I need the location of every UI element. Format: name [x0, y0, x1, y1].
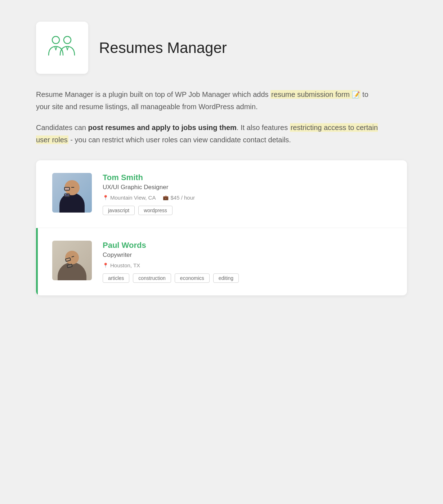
candidate-role-paul: Copywriter	[103, 251, 393, 259]
tag-economics[interactable]: economics	[175, 273, 210, 283]
meta-row-tom: 📍 Mountain View, CA 💼 $45 / hour	[103, 195, 393, 201]
location-icon-paul: 📍	[103, 263, 108, 268]
description-section: Resume Manager is a plugin built on top …	[36, 88, 407, 146]
meta-row-paul: 📍 Houston, TX	[103, 262, 393, 268]
rate-icon-tom: 💼	[163, 195, 169, 200]
avatar-paul	[52, 241, 92, 280]
tags-row-tom: javascript wordpress	[103, 206, 393, 215]
location-text-paul: Houston, TX	[110, 262, 140, 268]
candidate-card-tom: Tom Smith UX/UI Graphic Designer 📍 Mount…	[36, 160, 407, 228]
desc2-end: - you can restrict which user roles can …	[68, 136, 291, 144]
rate-item-tom: 💼 $45 / hour	[163, 195, 195, 201]
avatar-tom	[52, 173, 92, 213]
desc2-bold: post resumes and apply to jobs using the…	[88, 124, 237, 131]
page-title: Resumes Manager	[99, 39, 227, 57]
tags-row-paul: articles construction economics editing	[103, 273, 393, 283]
svg-point-0	[52, 36, 59, 44]
candidate-role-tom: UX/UI Graphic Designer	[103, 184, 393, 191]
location-item-tom: 📍 Mountain View, CA	[103, 195, 156, 201]
logo-box	[36, 22, 88, 74]
candidates-container: Tom Smith UX/UI Graphic Designer 📍 Mount…	[36, 160, 407, 295]
description-paragraph-2: Candidates can post resumes and apply to…	[36, 121, 378, 146]
candidate-card-paul: Paul Words Copywriter 📍 Houston, TX arti…	[36, 228, 407, 295]
candidate-name-paul[interactable]: Paul Words	[103, 241, 393, 250]
location-text-tom: Mountain View, CA	[110, 195, 156, 201]
tag-construction[interactable]: construction	[133, 273, 171, 283]
desc1-before: Resume Manager is a plugin built on top …	[36, 90, 270, 98]
candidate-name-tom[interactable]: Tom Smith	[103, 173, 393, 182]
header-section: Resumes Manager	[36, 22, 407, 74]
location-icon-tom: 📍	[103, 195, 108, 200]
location-item-paul: 📍 Houston, TX	[103, 262, 140, 268]
svg-point-1	[64, 36, 71, 44]
resumes-manager-logo-icon	[45, 34, 79, 62]
tag-articles[interactable]: articles	[103, 273, 129, 283]
desc2-middle: . It also features	[237, 124, 290, 131]
edit-icon: 📝	[352, 89, 360, 101]
desc2-before: Candidates can	[36, 124, 88, 131]
tag-wordpress[interactable]: wordpress	[138, 206, 173, 215]
card-content-paul: Paul Words Copywriter 📍 Houston, TX arti…	[103, 241, 393, 283]
card-content-tom: Tom Smith UX/UI Graphic Designer 📍 Mount…	[103, 173, 393, 215]
rate-text-tom: $45 / hour	[170, 195, 195, 201]
desc1-highlight: resume submission form 📝	[270, 90, 360, 99]
desc1-end: , all manageable from WordPress admin.	[127, 103, 258, 111]
tag-editing[interactable]: editing	[213, 273, 239, 283]
description-paragraph-1: Resume Manager is a plugin built on top …	[36, 88, 378, 113]
tag-javascript[interactable]: javascript	[103, 206, 135, 215]
